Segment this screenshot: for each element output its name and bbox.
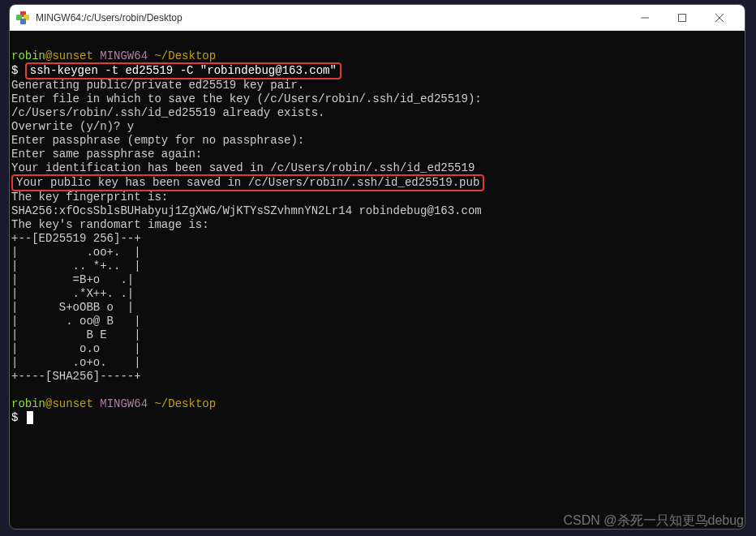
terminal-output[interactable]: robin@sunset MINGW64 ~/Desktop $ ssh-key… [10, 31, 745, 444]
command-highlight: ssh-keygen -t ed25519 -C "robindebug@163… [25, 62, 341, 79]
close-button[interactable] [701, 5, 738, 31]
randomart-line: | . oo@ B | [11, 315, 141, 328]
output-line: Enter passphrase (empty for no passphras… [11, 134, 304, 147]
minimize-button[interactable] [626, 5, 664, 31]
output-line: Enter same passphrase again: [11, 148, 202, 161]
window-title: MINGW64:/c/Users/robin/Desktop [36, 12, 626, 24]
watermark-text: CSDN @杀死一只知更鸟debug [563, 512, 744, 530]
svg-rect-1 [679, 14, 686, 21]
prompt-mingw: MINGW64 [93, 397, 155, 410]
output-line: SHA256:xfOcsSblsBUHabyuj1ZgXWG/WjKTYsSZv… [11, 204, 482, 217]
randomart-line: | .oo+. | [11, 246, 141, 259]
prompt-user: robin [11, 49, 45, 62]
output-line: Enter file in which to save the key (/c/… [11, 92, 482, 105]
randomart-line: | S+oOBB o | [11, 301, 134, 314]
maximize-button[interactable] [664, 5, 701, 31]
prompt-host: sunset [52, 49, 92, 62]
randomart-line: | B E | [11, 328, 141, 341]
randomart-line: | o.o | [11, 342, 141, 355]
prompt-host: sunset [52, 397, 92, 410]
output-pubkey-line: Your public key has been saved in /c/Use… [16, 176, 479, 189]
terminal-window: MINGW64:/c/Users/robin/Desktop robin@sun… [9, 4, 745, 530]
prompt-dollar: $ [11, 64, 25, 77]
randomart-line: | .*X++. .| [11, 287, 134, 300]
git-bash-icon [16, 11, 29, 24]
output-line: /c/Users/robin/.ssh/id_ed25519 already e… [11, 106, 324, 119]
output-line: The key fingerprint is: [11, 191, 168, 204]
window-controls [626, 5, 738, 31]
ssh-keygen-command: ssh-keygen -t ed25519 -C "robindebug@163… [30, 64, 337, 77]
prompt-dollar: $ [11, 411, 25, 424]
output-line: Your identification has been saved in /c… [11, 161, 475, 174]
prompt-mingw: MINGW64 [93, 49, 155, 62]
output-line: The key's randomart image is: [11, 218, 209, 231]
pubkey-highlight: Your public key has been saved in /c/Use… [11, 174, 484, 191]
output-line: Overwrite (y/n)? y [11, 120, 134, 133]
randomart-line: +----[SHA256]-----+ [11, 370, 141, 383]
output-line: Generating public/private ed25519 key pa… [11, 79, 304, 92]
prompt-path: ~/Desktop [154, 49, 216, 62]
prompt-user: robin [11, 397, 45, 410]
titlebar[interactable]: MINGW64:/c/Users/robin/Desktop [10, 5, 745, 31]
cursor-icon [27, 411, 33, 424]
randomart-line: +--[ED25519 256]--+ [11, 232, 141, 245]
randomart-line: | .o+o. | [11, 356, 141, 369]
randomart-line: | .. *+.. | [11, 259, 141, 272]
prompt-path: ~/Desktop [154, 397, 216, 410]
randomart-line: | =B+o .| [11, 273, 134, 286]
